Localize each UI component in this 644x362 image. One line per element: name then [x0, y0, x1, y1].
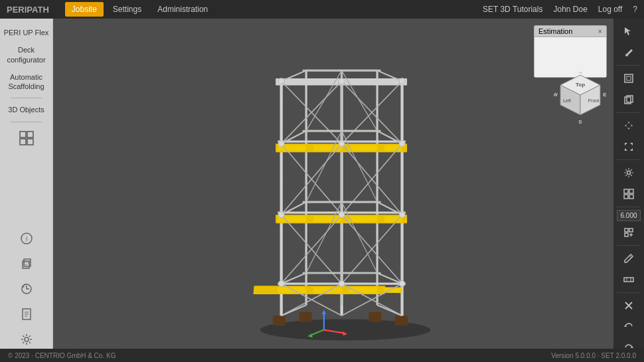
svg-text:_x: _x [23, 265, 28, 269]
paint-icon [623, 47, 634, 58]
svg-text:i: i [25, 235, 27, 242]
svg-point-120 [627, 171, 631, 175]
cross-icon [623, 300, 634, 311]
history-icon [20, 282, 33, 296]
svg-rect-1 [27, 132, 33, 137]
svg-point-96 [339, 141, 345, 147]
svg-rect-17 [273, 316, 285, 325]
cursor-tool-btn[interactable] [617, 21, 641, 41]
rotate-ccw-btn[interactable] [617, 317, 641, 337]
menu-bar: PERIPATH Jobsite Settings Administration… [0, 0, 644, 19]
menu-user[interactable]: John Doe [553, 5, 587, 14]
toolbar-divider-1 [617, 65, 641, 66]
svg-point-87 [278, 78, 284, 84]
toolbar-divider-5 [617, 245, 641, 246]
menu-administration[interactable]: Administration [151, 2, 214, 17]
svg-point-88 [399, 78, 405, 84]
document-icon [20, 308, 33, 321]
move-icon [623, 120, 634, 131]
menu-right: SET 3D Tutorials John Doe Log off ? [483, 5, 637, 14]
svg-rect-127 [625, 233, 628, 236]
sidebar-divider-1 [11, 98, 42, 98]
estimation-panel: Estimation × [534, 25, 607, 78]
menu-tutorials[interactable]: SET 3D Tutorials [483, 5, 542, 14]
panel-tool-btn[interactable] [617, 270, 641, 290]
svg-rect-121 [624, 189, 628, 193]
svg-line-130 [629, 256, 631, 258]
svg-rect-125 [625, 228, 628, 232]
viewport[interactable]: Estimation × Top Left Front N S [53, 19, 613, 362]
svg-marker-115 [625, 27, 631, 35]
document-icon-btn[interactable] [15, 302, 39, 326]
cancel-tool-btn[interactable] [617, 296, 641, 316]
svg-text:W: W [554, 92, 558, 98]
layers-icon [623, 73, 634, 84]
copy-tool-btn[interactable] [617, 90, 641, 110]
view-tool-btn[interactable] [617, 184, 641, 204]
svg-point-92 [399, 212, 405, 218]
expand-icon [623, 141, 634, 152]
rotate-ccw-icon [623, 321, 634, 332]
menu-jobsite[interactable]: Jobsite [65, 2, 104, 17]
svg-rect-2 [20, 139, 26, 145]
svg-rect-116 [625, 74, 633, 82]
svg-rect-55 [384, 145, 402, 151]
history-icon-btn[interactable] [15, 277, 39, 301]
info-icon: i [20, 232, 33, 245]
svg-text:S: S [578, 119, 582, 125]
orientation-cube[interactable]: Top Left Front N S W E [554, 72, 607, 125]
settings-icon-btn[interactable] [15, 327, 39, 351]
scaffold-3d [120, 39, 571, 344]
view-icon [623, 189, 634, 199]
svg-rect-41 [349, 216, 377, 222]
svg-rect-0 [20, 132, 26, 137]
svg-rect-29 [313, 287, 342, 293]
svg-point-94 [399, 281, 405, 287]
svg-rect-54 [349, 145, 377, 151]
layers-tool-btn[interactable] [617, 68, 641, 88]
svg-point-98 [339, 281, 345, 287]
duplicate-icon [623, 94, 634, 105]
svg-point-97 [339, 212, 345, 218]
svg-point-15 [25, 337, 29, 341]
pencil-icon [623, 253, 634, 264]
expand-tool-btn[interactable] [617, 137, 641, 157]
sidebar-item-automatic-scaffolding[interactable]: AutomaticScaffolding [0, 68, 52, 96]
pencil-tool-btn[interactable] [617, 248, 641, 268]
paint-tool-btn[interactable] [617, 43, 641, 62]
svg-text:N: N [578, 72, 582, 75]
sidebar-grid-icon-btn[interactable] [15, 126, 39, 150]
menu-settings[interactable]: Settings [106, 2, 148, 17]
svg-rect-117 [627, 76, 631, 80]
svg-marker-100 [322, 310, 326, 314]
svg-point-91 [278, 212, 284, 218]
orientation-cube-svg: Top Left Front N S W E [554, 72, 607, 125]
copy-icon-btn[interactable]: CT _x [15, 252, 39, 276]
estimation-body [534, 37, 606, 77]
menu-help[interactable]: ? [633, 5, 637, 14]
info-icon-btn[interactable]: i [15, 226, 39, 250]
snap-tool-btn[interactable] [617, 223, 641, 242]
main-area: PERI UP Flex Deckconfigurator AutomaticS… [0, 19, 644, 362]
svg-text:Left: Left [563, 98, 571, 103]
estimation-close-btn[interactable]: × [598, 27, 602, 35]
svg-line-77 [282, 273, 306, 284]
svg-point-89 [278, 141, 284, 147]
svg-point-95 [339, 78, 345, 84]
svg-point-93 [278, 281, 284, 287]
config-tool-btn[interactable] [617, 163, 641, 183]
panel-icon [623, 274, 634, 285]
gear-icon [623, 167, 634, 178]
sidebar-item-3d-objects[interactable]: 3D Objects [0, 101, 52, 118]
sidebar-item-deck-configurator[interactable]: Deckconfigurator [0, 41, 52, 68]
move-tool-btn[interactable] [617, 116, 641, 136]
version-text: Version 5.0.0.0 · SET 2.0.0.0 [551, 352, 636, 359]
menu-logout[interactable]: Log off [598, 5, 622, 14]
app-title: PERIPATH [7, 5, 49, 15]
sidebar-item-peri-up-flex[interactable]: PERI UP Flex [0, 24, 52, 41]
toolbar-divider-3 [617, 159, 641, 160]
copyright-text: © 2023 · CENTRIO GmbH & Co. KG [8, 352, 116, 359]
svg-text:Top: Top [576, 82, 585, 88]
svg-rect-28 [278, 287, 306, 293]
svg-text:Front: Front [588, 98, 599, 103]
